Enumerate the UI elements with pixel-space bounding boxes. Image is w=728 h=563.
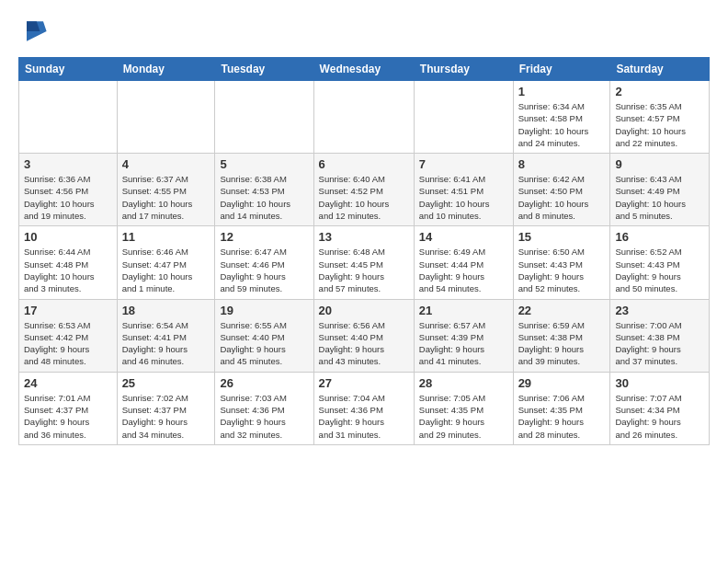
calendar-cell: 12Sunrise: 6:47 AM Sunset: 4:46 PM Dayli… bbox=[215, 226, 313, 299]
calendar-cell: 26Sunrise: 7:03 AM Sunset: 4:36 PM Dayli… bbox=[215, 372, 313, 444]
day-number: 13 bbox=[319, 230, 409, 244]
day-number: 7 bbox=[419, 157, 508, 171]
day-info: Sunrise: 6:44 AM Sunset: 4:48 PM Dayligh… bbox=[24, 246, 112, 294]
day-info: Sunrise: 6:36 AM Sunset: 4:56 PM Dayligh… bbox=[24, 173, 112, 222]
calendar-cell: 14Sunrise: 6:49 AM Sunset: 4:44 PM Dayli… bbox=[414, 226, 513, 299]
calendar-cell: 11Sunrise: 6:46 AM Sunset: 4:47 PM Dayli… bbox=[117, 226, 215, 299]
day-number: 4 bbox=[122, 157, 210, 171]
calendar-cell: 9Sunrise: 6:43 AM Sunset: 4:49 PM Daylig… bbox=[610, 154, 710, 226]
calendar-cell bbox=[313, 81, 414, 154]
day-info: Sunrise: 6:57 AM Sunset: 4:39 PM Dayligh… bbox=[419, 319, 508, 368]
week-row-3: 10Sunrise: 6:44 AM Sunset: 4:48 PM Dayli… bbox=[19, 226, 710, 299]
week-row-4: 17Sunrise: 6:53 AM Sunset: 4:42 PM Dayli… bbox=[19, 299, 710, 372]
week-row-5: 24Sunrise: 7:01 AM Sunset: 4:37 PM Dayli… bbox=[19, 372, 710, 444]
calendar-cell: 28Sunrise: 7:05 AM Sunset: 4:35 PM Dayli… bbox=[414, 372, 513, 444]
day-number: 9 bbox=[615, 157, 704, 171]
day-info: Sunrise: 6:35 AM Sunset: 4:57 PM Dayligh… bbox=[615, 100, 704, 149]
day-info: Sunrise: 6:42 AM Sunset: 4:50 PM Dayligh… bbox=[518, 173, 606, 222]
calendar-cell: 18Sunrise: 6:54 AM Sunset: 4:41 PM Dayli… bbox=[117, 299, 215, 372]
calendar-cell: 19Sunrise: 6:55 AM Sunset: 4:40 PM Dayli… bbox=[215, 299, 313, 372]
logo bbox=[18, 15, 55, 48]
day-info: Sunrise: 6:37 AM Sunset: 4:55 PM Dayligh… bbox=[122, 173, 210, 222]
calendar-cell: 16Sunrise: 6:52 AM Sunset: 4:43 PM Dayli… bbox=[610, 226, 710, 299]
weekday-header-wednesday: Wednesday bbox=[313, 58, 414, 81]
calendar-cell: 1Sunrise: 6:34 AM Sunset: 4:58 PM Daylig… bbox=[513, 81, 610, 154]
day-number: 23 bbox=[615, 304, 704, 317]
calendar-cell: 5Sunrise: 6:38 AM Sunset: 4:53 PM Daylig… bbox=[215, 154, 313, 226]
calendar-cell: 20Sunrise: 6:56 AM Sunset: 4:40 PM Dayli… bbox=[313, 299, 414, 372]
day-info: Sunrise: 6:47 AM Sunset: 4:46 PM Dayligh… bbox=[220, 246, 308, 294]
day-number: 21 bbox=[419, 304, 508, 317]
calendar-cell: 6Sunrise: 6:40 AM Sunset: 4:52 PM Daylig… bbox=[313, 154, 414, 226]
day-number: 5 bbox=[220, 157, 308, 171]
header bbox=[18, 15, 710, 48]
day-info: Sunrise: 6:53 AM Sunset: 4:42 PM Dayligh… bbox=[24, 319, 112, 368]
calendar-cell: 24Sunrise: 7:01 AM Sunset: 4:37 PM Dayli… bbox=[19, 372, 118, 444]
day-number: 24 bbox=[24, 376, 112, 390]
day-number: 20 bbox=[319, 304, 409, 317]
day-info: Sunrise: 6:46 AM Sunset: 4:47 PM Dayligh… bbox=[122, 246, 210, 294]
calendar-cell bbox=[117, 81, 215, 154]
calendar-cell: 22Sunrise: 6:59 AM Sunset: 4:38 PM Dayli… bbox=[513, 299, 610, 372]
day-info: Sunrise: 7:00 AM Sunset: 4:38 PM Dayligh… bbox=[615, 319, 704, 368]
day-number: 17 bbox=[24, 304, 112, 317]
weekday-header-row: SundayMondayTuesdayWednesdayThursdayFrid… bbox=[19, 58, 710, 81]
day-number: 3 bbox=[24, 157, 112, 171]
day-number: 26 bbox=[220, 376, 308, 390]
day-info: Sunrise: 6:40 AM Sunset: 4:52 PM Dayligh… bbox=[319, 173, 409, 222]
weekday-header-tuesday: Tuesday bbox=[215, 58, 313, 81]
day-info: Sunrise: 6:52 AM Sunset: 4:43 PM Dayligh… bbox=[615, 246, 704, 294]
day-info: Sunrise: 6:54 AM Sunset: 4:41 PM Dayligh… bbox=[122, 319, 210, 368]
calendar-table: SundayMondayTuesdayWednesdayThursdayFrid… bbox=[18, 57, 710, 445]
day-info: Sunrise: 7:01 AM Sunset: 4:37 PM Dayligh… bbox=[24, 392, 112, 441]
day-number: 22 bbox=[518, 304, 606, 317]
weekday-header-saturday: Saturday bbox=[610, 58, 710, 81]
calendar-cell: 27Sunrise: 7:04 AM Sunset: 4:36 PM Dayli… bbox=[313, 372, 414, 444]
calendar-cell: 8Sunrise: 6:42 AM Sunset: 4:50 PM Daylig… bbox=[513, 154, 610, 226]
day-number: 14 bbox=[419, 230, 508, 244]
weekday-header-monday: Monday bbox=[117, 58, 215, 81]
day-number: 11 bbox=[122, 230, 210, 244]
day-number: 2 bbox=[615, 85, 704, 98]
day-info: Sunrise: 7:05 AM Sunset: 4:35 PM Dayligh… bbox=[419, 392, 508, 441]
weekday-header-friday: Friday bbox=[513, 58, 610, 81]
calendar-cell: 23Sunrise: 7:00 AM Sunset: 4:38 PM Dayli… bbox=[610, 299, 710, 372]
calendar-cell: 17Sunrise: 6:53 AM Sunset: 4:42 PM Dayli… bbox=[19, 299, 118, 372]
day-info: Sunrise: 7:04 AM Sunset: 4:36 PM Dayligh… bbox=[319, 392, 409, 441]
week-row-1: 1Sunrise: 6:34 AM Sunset: 4:58 PM Daylig… bbox=[19, 81, 710, 154]
day-info: Sunrise: 6:43 AM Sunset: 4:49 PM Dayligh… bbox=[615, 173, 704, 222]
day-info: Sunrise: 6:38 AM Sunset: 4:53 PM Dayligh… bbox=[220, 173, 308, 222]
weekday-header-thursday: Thursday bbox=[414, 58, 513, 81]
day-number: 1 bbox=[518, 85, 606, 98]
calendar-cell bbox=[414, 81, 513, 154]
calendar-cell: 4Sunrise: 6:37 AM Sunset: 4:55 PM Daylig… bbox=[117, 154, 215, 226]
day-number: 19 bbox=[220, 304, 308, 317]
page: SundayMondayTuesdayWednesdayThursdayFrid… bbox=[0, 0, 728, 460]
day-number: 12 bbox=[220, 230, 308, 244]
calendar-cell: 10Sunrise: 6:44 AM Sunset: 4:48 PM Dayli… bbox=[19, 226, 118, 299]
day-info: Sunrise: 6:59 AM Sunset: 4:38 PM Dayligh… bbox=[518, 319, 606, 368]
day-number: 15 bbox=[518, 230, 606, 244]
day-info: Sunrise: 6:48 AM Sunset: 4:45 PM Dayligh… bbox=[319, 246, 409, 294]
day-info: Sunrise: 6:56 AM Sunset: 4:40 PM Dayligh… bbox=[319, 319, 409, 368]
calendar-cell: 13Sunrise: 6:48 AM Sunset: 4:45 PM Dayli… bbox=[313, 226, 414, 299]
day-info: Sunrise: 7:02 AM Sunset: 4:37 PM Dayligh… bbox=[122, 392, 210, 441]
day-info: Sunrise: 6:34 AM Sunset: 4:58 PM Dayligh… bbox=[518, 100, 606, 149]
calendar-cell: 29Sunrise: 7:06 AM Sunset: 4:35 PM Dayli… bbox=[513, 372, 610, 444]
calendar-cell: 3Sunrise: 6:36 AM Sunset: 4:56 PM Daylig… bbox=[19, 154, 118, 226]
calendar-cell: 15Sunrise: 6:50 AM Sunset: 4:43 PM Dayli… bbox=[513, 226, 610, 299]
day-number: 6 bbox=[319, 157, 409, 171]
weekday-header-sunday: Sunday bbox=[19, 58, 118, 81]
day-info: Sunrise: 7:07 AM Sunset: 4:34 PM Dayligh… bbox=[615, 392, 704, 441]
calendar-cell bbox=[19, 81, 118, 154]
day-info: Sunrise: 7:03 AM Sunset: 4:36 PM Dayligh… bbox=[220, 392, 308, 441]
day-number: 27 bbox=[319, 376, 409, 390]
logo-icon bbox=[18, 15, 51, 48]
day-number: 16 bbox=[615, 230, 704, 244]
day-number: 29 bbox=[518, 376, 606, 390]
week-row-2: 3Sunrise: 6:36 AM Sunset: 4:56 PM Daylig… bbox=[19, 154, 710, 226]
day-number: 18 bbox=[122, 304, 210, 317]
day-number: 30 bbox=[615, 376, 704, 390]
day-info: Sunrise: 6:41 AM Sunset: 4:51 PM Dayligh… bbox=[419, 173, 508, 222]
day-info: Sunrise: 6:55 AM Sunset: 4:40 PM Dayligh… bbox=[220, 319, 308, 368]
